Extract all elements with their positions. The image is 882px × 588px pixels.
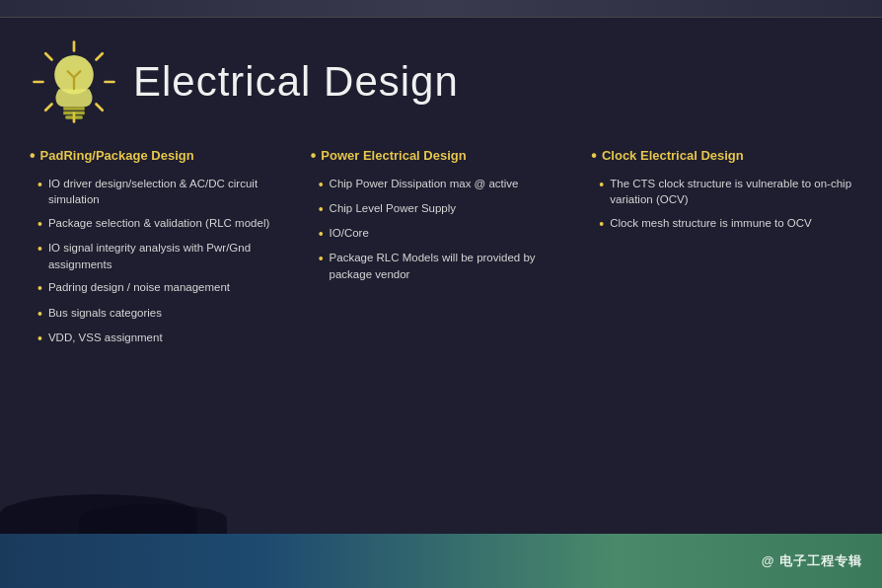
padring-bullet-5-marker: •: [37, 305, 42, 323]
watermark-text: @ 电子工程专辑: [762, 552, 862, 570]
power-bullet-3-marker: •: [319, 225, 324, 243]
padring-bullet-1: • IO driver design/selection & AC/DC cir…: [30, 176, 291, 208]
power-bullet-3: • IO/Core: [311, 225, 572, 243]
power-bullet-2-marker: •: [319, 200, 324, 218]
padring-bullet-6-marker: •: [37, 330, 42, 347]
content-columns: • PadRing/Package Design • IO driver des…: [30, 146, 852, 524]
padring-bullet-6-text: VDD, VSS assignment: [48, 330, 163, 346]
padring-header-dot: •: [30, 146, 36, 165]
clock-bullet-2: • Clock mesh structure is immune to OCV: [591, 215, 852, 233]
padring-bullet-3-marker: •: [37, 240, 42, 257]
clock-bullet-1-text: The CTS clock structure is vulnerable to…: [610, 176, 852, 208]
svg-line-7: [45, 105, 51, 110]
padring-header-text: PadRing/Package Design: [40, 146, 194, 166]
svg-line-6: [97, 53, 103, 59]
power-bullet-4-text: Package RLC Models will be provided by p…: [330, 250, 572, 282]
top-bar: [0, 0, 882, 18]
power-bullet-2: • Chip Level Power Supply: [311, 200, 572, 218]
column-power: • Power Electrical Design • Chip Power D…: [311, 146, 572, 289]
padring-bullet-3-text: IO signal integrity analysis with Pwr/Gn…: [48, 240, 291, 272]
clock-bullet-1: • The CTS clock structure is vulnerable …: [591, 176, 852, 208]
svg-rect-13: [63, 111, 85, 115]
slide-main: Electrical Design • PadRing/Package Desi…: [0, 18, 882, 534]
svg-line-5: [97, 105, 103, 110]
padring-bullet-4: • Padring design / noise management: [30, 279, 291, 297]
clock-bullet-2-text: Clock mesh structure is immune to OCV: [610, 215, 812, 232]
clock-bullet-2-marker: •: [599, 215, 604, 233]
slide-container: Electrical Design • PadRing/Package Desi…: [0, 0, 882, 588]
padring-bullet-1-text: IO driver design/selection & AC/DC circu…: [48, 176, 291, 208]
power-header-dot: •: [311, 146, 317, 165]
bottom-bar: @ 电子工程专辑: [0, 534, 882, 588]
padring-bullet-2: • Package selection & validation (RLC mo…: [30, 215, 291, 233]
column-padring-header: • PadRing/Package Design: [30, 146, 291, 166]
slide-title: Electrical Design: [133, 58, 459, 106]
padring-bullet-5-text: Bus signals categories: [48, 305, 162, 322]
column-power-header: • Power Electrical Design: [311, 146, 572, 166]
power-bullet-2-text: Chip Level Power Supply: [330, 200, 457, 217]
padring-bullet-5: • Bus signals categories: [30, 305, 291, 323]
padring-bullet-1-marker: •: [37, 176, 42, 193]
padring-bullet-2-marker: •: [37, 215, 42, 233]
svg-line-4: [45, 53, 51, 59]
power-bullet-4: • Package RLC Models will be provided by…: [311, 250, 572, 282]
bulb-icon: [30, 37, 118, 126]
column-clock: • Clock Electrical Design • The CTS cloc…: [591, 146, 852, 240]
padring-bullet-2-text: Package selection & validation (RLC mode…: [48, 215, 269, 232]
slide-header: Electrical Design: [30, 37, 852, 126]
column-clock-header: • Clock Electrical Design: [591, 146, 852, 166]
padring-bullet-4-text: Padring design / noise management: [48, 279, 230, 296]
power-bullet-1-marker: •: [319, 176, 324, 193]
power-bullet-3-text: IO/Core: [330, 225, 369, 242]
column-padring: • PadRing/Package Design • IO driver des…: [30, 146, 291, 354]
power-bullet-4-marker: •: [319, 250, 324, 267]
power-bullet-1-text: Chip Power Dissipation max @ active: [330, 176, 519, 192]
padring-bullet-3: • IO signal integrity analysis with Pwr/…: [30, 240, 291, 272]
power-header-text: Power Electrical Design: [321, 146, 466, 166]
svg-rect-14: [65, 115, 83, 119]
audience-silhouette-2: [79, 504, 227, 534]
padring-bullet-4-marker: •: [37, 279, 42, 297]
clock-bullet-1-marker: •: [599, 176, 604, 193]
svg-rect-12: [63, 107, 85, 110]
padring-bullet-6: • VDD, VSS assignment: [30, 330, 291, 347]
clock-header-text: Clock Electrical Design: [602, 146, 744, 166]
clock-header-dot: •: [591, 146, 597, 165]
power-bullet-1: • Chip Power Dissipation max @ active: [311, 176, 572, 193]
